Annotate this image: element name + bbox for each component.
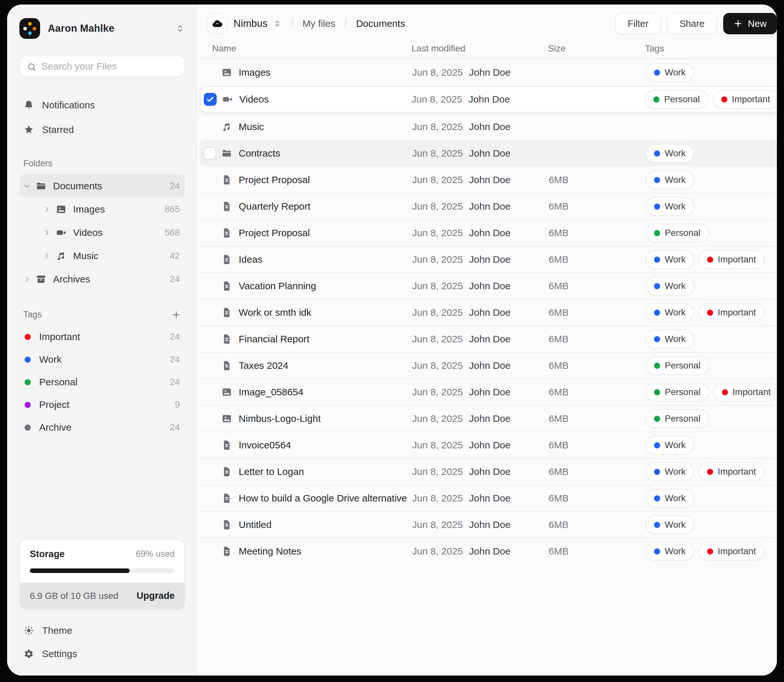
account-switcher[interactable]: Aaron Mahlke (19, 18, 185, 39)
sidebar-folder-videos[interactable]: Videos 568 (40, 221, 185, 244)
chevron-updown-icon[interactable] (175, 24, 185, 33)
sidebar-tag-project[interactable]: Project 9 (19, 394, 185, 416)
sidebar-folder-archives[interactable]: Archives 24 (19, 268, 185, 291)
table-row[interactable]: Videos Jun 8, 2025 John Doe Personal Imp… (200, 86, 777, 113)
tag-dot (707, 310, 713, 316)
sidebar-item-notifications[interactable]: Notifications (19, 95, 185, 115)
file-tags: Work Important (646, 303, 775, 322)
sidebar-item-settings[interactable]: Settings (19, 644, 185, 664)
chevron-right-icon[interactable] (43, 206, 51, 213)
new-button[interactable]: New (723, 13, 777, 34)
file-owner: John Doe (469, 360, 549, 371)
table-row[interactable]: Quarterly Report Jun 8, 2025 John Doe 6M… (200, 193, 777, 219)
table-row[interactable]: Images Jun 8, 2025 John Doe Work (200, 59, 777, 85)
tag-pill-label: Work (665, 201, 686, 212)
tag-label: Work (39, 354, 170, 365)
table-row[interactable]: Image_058654 Jun 8, 2025 John Doe 6MB Pe… (200, 379, 777, 405)
tags-section-header: Tags (19, 310, 185, 320)
folder-open-icon (36, 180, 46, 191)
avatar-petal (28, 31, 32, 35)
sidebar-folder-documents[interactable]: Documents 24 (19, 174, 185, 198)
file-owner: John Doe (469, 228, 549, 239)
nimbus-logo[interactable] (207, 13, 228, 34)
table-row[interactable]: Untitled Jun 8, 2025 John Doe 6MB Work (200, 511, 777, 538)
table-row[interactable]: Letter to Logan Jun 8, 2025 John Doe 6MB… (200, 458, 777, 484)
column-header-tags: Tags (645, 43, 774, 54)
sidebar-item-starred[interactable]: Starred (19, 120, 185, 140)
row-checkbox[interactable] (203, 147, 216, 160)
file-icon (221, 546, 233, 557)
chevron-down-icon[interactable] (23, 182, 31, 190)
table-row[interactable]: Project Proposal Jun 8, 2025 John Doe 6M… (200, 219, 777, 246)
search-input[interactable] (19, 56, 185, 77)
file-name: Taxes 2024 (239, 360, 412, 371)
file-date: Jun 8, 2025 (412, 280, 469, 292)
file-size: 6MB (549, 413, 646, 424)
sidebar-folder-images[interactable]: Images 865 (40, 198, 185, 221)
file-owner: John Doe (469, 333, 549, 344)
file-name: Contracts (239, 148, 412, 159)
table-row[interactable]: Meeting Notes Jun 8, 2025 John Doe 6MB W… (200, 538, 777, 564)
filter-button[interactable]: Filter (615, 13, 660, 34)
folder-label: Archives (53, 274, 170, 285)
table-row[interactable]: Work or smth idk Jun 8, 2025 John Doe 6M… (200, 299, 777, 325)
table-row[interactable]: How to build a Google Drive alternative … (200, 484, 777, 511)
tag-pill-personal: Personal (645, 90, 708, 109)
folder-count: 865 (165, 204, 180, 215)
storage-percent: 69% used (136, 549, 175, 559)
chevron-updown-icon[interactable] (273, 19, 282, 28)
file-size: 6MB (549, 466, 646, 477)
breadcrumb: Nimbus / My files / Documents (207, 13, 405, 34)
folder-icon (221, 148, 233, 159)
sidebar-folder-music[interactable]: Music 42 (40, 244, 185, 268)
breadcrumb-my-files[interactable]: My files (302, 18, 336, 29)
sidebar-tag-personal[interactable]: Personal 24 (19, 371, 185, 394)
add-tag-icon[interactable] (172, 310, 181, 320)
sidebar-tag-work[interactable]: Work 24 (19, 348, 185, 371)
table-row[interactable]: Music Jun 8, 2025 John Doe (200, 113, 777, 140)
breadcrumb-app[interactable]: Nimbus (234, 18, 267, 29)
file-icon (221, 519, 233, 530)
file-date: Jun 8, 2025 (412, 333, 469, 344)
archive-icon (36, 274, 46, 285)
file-size: 6MB (549, 174, 646, 185)
table-row[interactable]: Contracts Jun 8, 2025 John Doe Work (200, 140, 777, 166)
upgrade-button[interactable]: Upgrade (137, 590, 175, 601)
music-icon (221, 121, 233, 132)
share-button[interactable]: Share (667, 13, 717, 34)
table-row[interactable]: Vacation Planning Jun 8, 2025 John Doe 6… (200, 272, 777, 299)
chevron-right-icon[interactable] (43, 229, 51, 236)
tag-pill-label: Work (665, 519, 686, 530)
file-name: Images (239, 67, 412, 78)
tag-dot (654, 469, 660, 475)
table-row[interactable]: Ideas Jun 8, 2025 John Doe 6MB Work Impo… (200, 246, 777, 272)
folder-label: Images (73, 204, 165, 215)
table-row[interactable]: Invoice0564 Jun 8, 2025 John Doe 6MB Wor… (200, 432, 777, 458)
chevron-right-icon[interactable] (23, 275, 31, 283)
table-row[interactable]: Nimbus-Logo-Light Jun 8, 2025 John Doe 6… (200, 405, 777, 432)
sidebar-tag-archive[interactable]: Archive 24 (19, 416, 185, 439)
file-date: Jun 8, 2025 (412, 67, 469, 78)
tag-pill-personal: Personal (646, 409, 709, 428)
storage-footer: 6.9 GB of 10 GB used Upgrade (20, 583, 184, 609)
file-date: Jun 8, 2025 (412, 307, 469, 318)
tag-pill-work: Work (646, 515, 694, 534)
table-row[interactable]: Financial Report Jun 8, 2025 John Doe 6M… (200, 325, 777, 352)
folder-label: Music (73, 250, 170, 261)
star-icon (23, 124, 34, 135)
table-row[interactable]: Taxes 2024 Jun 8, 2025 John Doe 6MB Pers… (200, 352, 777, 379)
chevron-right-icon[interactable] (43, 252, 51, 260)
file-name: Vacation Planning (239, 280, 412, 292)
file-size: 6MB (549, 228, 646, 239)
sidebar-item-theme[interactable]: Theme (19, 620, 185, 641)
tag-dot (25, 402, 31, 408)
tag-pill-label: Important (732, 94, 770, 105)
file-tags: Work (646, 277, 775, 295)
folders-label: Folders (23, 159, 52, 169)
row-checkbox[interactable] (204, 93, 217, 106)
table-row[interactable]: Project Proposal Jun 8, 2025 John Doe 6M… (200, 166, 777, 193)
image-icon (221, 387, 233, 398)
image-icon (221, 67, 233, 78)
sidebar-tag-important[interactable]: Important 24 (19, 325, 185, 348)
file-name: Meeting Notes (239, 546, 412, 557)
